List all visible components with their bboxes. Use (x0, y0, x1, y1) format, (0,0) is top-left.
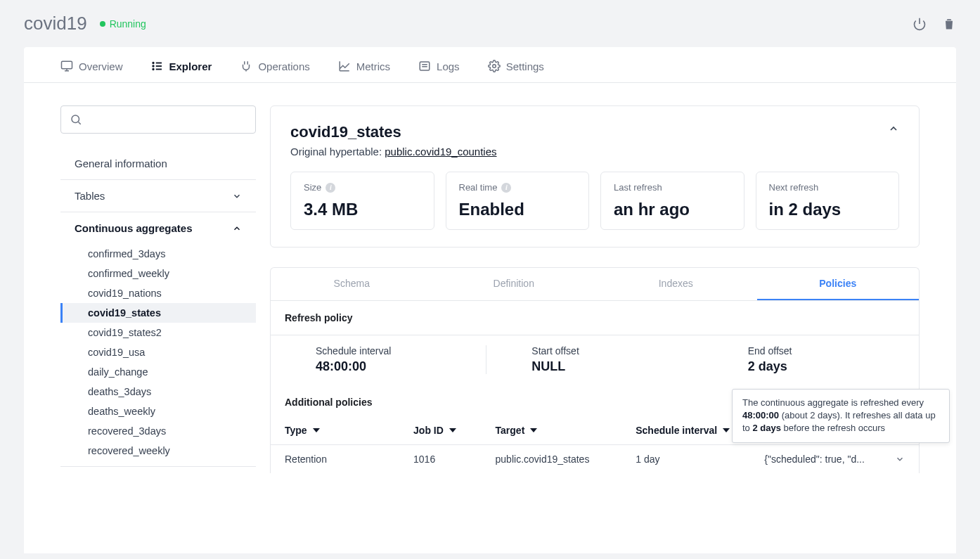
search-input[interactable] (60, 105, 256, 134)
trash-icon[interactable] (942, 17, 956, 31)
tab-overview[interactable]: Overview (60, 60, 123, 82)
gear-icon (488, 60, 501, 72)
sort-down-icon (723, 427, 730, 434)
status-badge: Running (100, 18, 146, 30)
main-content: covid19_states Original hypertable: publ… (270, 105, 920, 473)
cell-jobid: 1016 (413, 454, 496, 465)
nav-tables[interactable]: Tables (60, 180, 256, 212)
nav-item[interactable]: covid19_usa (60, 342, 256, 362)
sub-tabs: Schema Definition Indexes Policies (271, 268, 919, 301)
policy-value: 48:00:00 (316, 359, 472, 374)
table-row: Retention 1016 public.covid19_states 1 d… (271, 444, 919, 473)
tab-metrics[interactable]: Metrics (338, 60, 390, 82)
status-text: Running (110, 18, 146, 30)
nav-general[interactable]: General information (60, 148, 256, 179)
stat-realtime: Real timei Enabled (446, 172, 590, 230)
sort-down-icon (530, 427, 537, 434)
stat-value: an hr ago (614, 200, 731, 219)
svg-point-8 (153, 65, 154, 67)
cell-full[interactable]: {"scheduled": true, "d... (764, 454, 905, 465)
svg-point-7 (153, 63, 154, 64)
page-subtitle: Original hypertable: public.covid19_coun… (290, 146, 497, 158)
search-field[interactable] (88, 114, 247, 125)
nav-continuous-aggregates[interactable]: Continuous aggregates (60, 212, 256, 244)
stat-last-refresh: Last refresh an hr ago (600, 172, 744, 230)
stat-value: in 2 days (769, 200, 886, 219)
nav-item[interactable]: recovered_weekly (60, 441, 256, 461)
plug-icon (240, 60, 252, 72)
policies-panel: Schema Definition Indexes Policies Refre… (270, 267, 920, 473)
nav-item[interactable]: recovered_3days (60, 421, 256, 441)
nav-item[interactable]: daily_change (60, 362, 256, 382)
tab-explorer[interactable]: Explorer (151, 60, 212, 82)
cell-target: public.covid19_states (496, 454, 636, 465)
hypertable-link[interactable]: public.covid19_counties (385, 146, 496, 158)
subtab-definition[interactable]: Definition (433, 268, 595, 300)
info-icon[interactable]: i (501, 183, 511, 193)
nav-item[interactable]: deaths_weekly (60, 401, 256, 421)
refresh-policy-heading: Refresh policy (271, 301, 919, 335)
nav-item[interactable]: covid19_nations (60, 283, 256, 303)
app-title: covid19 (24, 13, 87, 34)
svg-point-9 (153, 69, 154, 70)
app-header: covid19 Running (0, 0, 980, 47)
subtab-schema[interactable]: Schema (271, 268, 433, 300)
sidebar: General information Tables Continuous ag… (60, 105, 256, 473)
svg-point-15 (492, 65, 496, 68)
th-jobid[interactable]: Job ID (413, 425, 496, 436)
tab-logs[interactable]: Logs (418, 60, 460, 82)
stat-value: Enabled (459, 200, 576, 219)
th-target[interactable]: Target (496, 425, 636, 436)
nav-items: confirmed_3days confirmed_weekly covid19… (60, 244, 256, 466)
list-icon (151, 60, 164, 72)
nav-item[interactable]: confirmed_weekly (60, 264, 256, 283)
svg-rect-1 (62, 61, 72, 69)
svg-line-17 (78, 122, 80, 124)
tab-operations[interactable]: Operations (240, 60, 309, 82)
stat-size: Sizei 3.4 MB (290, 172, 434, 230)
chevron-down-icon (232, 191, 242, 201)
chevron-down-icon (895, 454, 905, 464)
detail-card: covid19_states Original hypertable: publ… (270, 105, 920, 248)
nav-item[interactable]: covid19_states2 (60, 323, 256, 342)
policy-value: NULL (531, 359, 688, 374)
policy-value: 2 days (748, 359, 905, 374)
monitor-icon (60, 60, 73, 72)
main-tabs: Overview Explorer Operations Metrics Log… (24, 47, 956, 83)
tab-settings[interactable]: Settings (488, 60, 544, 82)
svg-marker-21 (723, 428, 730, 432)
sort-down-icon (449, 427, 456, 434)
policy-label: End offset (748, 345, 905, 356)
svg-marker-18 (313, 428, 320, 432)
nav-item-selected[interactable]: covid19_states (60, 303, 256, 323)
search-icon (70, 113, 82, 126)
svg-point-16 (72, 115, 79, 123)
th-type[interactable]: Type (285, 425, 413, 436)
cell-type: Retention (285, 454, 413, 465)
stat-next-refresh: Next refresh in 2 days (756, 172, 900, 230)
stat-grid: Sizei 3.4 MB Real timei Enabled Last ref… (290, 172, 899, 230)
stat-value: 3.4 MB (304, 200, 421, 219)
logs-icon (418, 60, 431, 72)
collapse-button[interactable] (888, 123, 899, 136)
svg-marker-20 (530, 428, 537, 432)
page-title: covid19_states (290, 123, 497, 141)
subtab-indexes[interactable]: Indexes (595, 268, 757, 300)
nav-item[interactable]: deaths_3days (60, 382, 256, 401)
chevron-up-icon (888, 123, 899, 134)
policy-label: Start offset (531, 345, 688, 356)
chart-icon (338, 60, 351, 72)
subtab-policies[interactable]: Policies (757, 268, 920, 300)
policy-label: Schedule interval (316, 345, 472, 356)
tooltip: The continuous aggregate is refreshed ev… (732, 389, 950, 443)
main-panel: Overview Explorer Operations Metrics Log… (24, 47, 956, 553)
power-icon[interactable] (913, 17, 927, 31)
cell-interval: 1 day (636, 454, 764, 465)
svg-marker-19 (449, 428, 456, 432)
sort-down-icon (313, 427, 320, 434)
refresh-policy-row: Schedule interval 48:00:00 Start offset … (271, 335, 919, 384)
status-dot-icon (100, 21, 105, 27)
info-icon[interactable]: i (325, 183, 335, 193)
nav-item[interactable]: confirmed_3days (60, 244, 256, 264)
chevron-up-icon (232, 224, 242, 233)
